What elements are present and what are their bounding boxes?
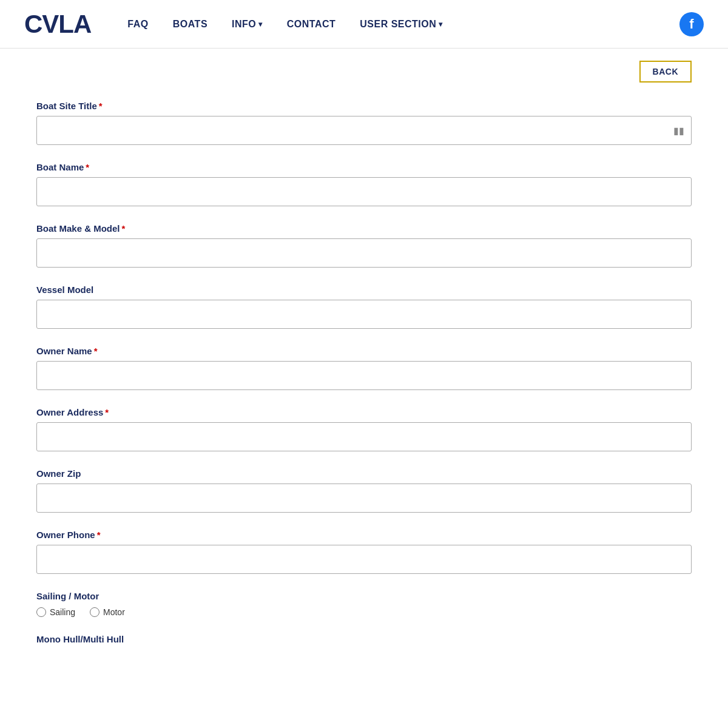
input-boat-make-model[interactable] <box>36 238 692 268</box>
required-star: * <box>97 530 101 540</box>
label-mono-multi: Mono Hull/Multi Hull <box>36 634 124 644</box>
radio-label-motor[interactable]: Motor <box>90 607 125 617</box>
label-boat-site-title: Boat Site Title* <box>36 101 692 111</box>
field-sailing-motor: Sailing / Motor Sailing Motor <box>36 591 692 617</box>
label-owner-zip: Owner Zip <box>36 468 692 479</box>
label-sailing-motor: Sailing / Motor <box>36 591 692 601</box>
field-owner-address: Owner Address* <box>36 407 692 451</box>
facebook-icon[interactable]: f <box>679 12 704 36</box>
brand-logo[interactable]: CVLA <box>24 10 91 39</box>
field-boat-name: Boat Name* <box>36 162 692 206</box>
field-owner-zip: Owner Zip <box>36 468 692 513</box>
field-boat-make-model: Boat Make & Model* <box>36 223 692 268</box>
radio-motor-text: Motor <box>103 607 125 617</box>
radio-sailing[interactable] <box>36 607 46 617</box>
radio-label-sailing[interactable]: Sailing <box>36 607 75 617</box>
field-owner-phone: Owner Phone* <box>36 530 692 574</box>
label-owner-name: Owner Name* <box>36 346 692 356</box>
nav-contact[interactable]: CONTACT <box>287 19 336 30</box>
required-star: * <box>86 162 89 172</box>
nav-links: FAQ BOATS INFO CONTACT USER SECTION <box>127 19 667 30</box>
radio-sailing-text: Sailing <box>50 607 75 617</box>
required-star: * <box>105 407 109 417</box>
radio-motor[interactable] <box>90 607 99 617</box>
required-star: * <box>99 101 103 111</box>
label-owner-phone: Owner Phone* <box>36 530 692 540</box>
required-star: * <box>94 346 98 356</box>
navbar: CVLA FAQ BOATS INFO CONTACT USER SECTION… <box>0 0 728 49</box>
input-owner-phone[interactable] <box>36 545 692 574</box>
input-wrapper-boat-site-title: ▮▮ <box>36 116 692 145</box>
input-vessel-model[interactable] <box>36 300 692 329</box>
nav-user-section[interactable]: USER SECTION <box>360 19 443 30</box>
main-content: BACK Boat Site Title* ▮▮ Boat Name* Boat… <box>0 49 728 698</box>
back-button[interactable]: BACK <box>639 61 692 83</box>
label-owner-address: Owner Address* <box>36 407 692 417</box>
nav-info[interactable]: INFO <box>232 19 263 30</box>
boat-form: Boat Site Title* ▮▮ Boat Name* Boat Make… <box>36 101 692 645</box>
required-star: * <box>122 223 126 234</box>
field-vessel-model: Vessel Model <box>36 285 692 329</box>
nav-boats[interactable]: BOATS <box>173 19 207 30</box>
input-owner-zip[interactable] <box>36 484 692 513</box>
nav-faq[interactable]: FAQ <box>127 19 148 30</box>
input-owner-address[interactable] <box>36 422 692 451</box>
input-boat-site-title[interactable] <box>36 116 692 145</box>
input-boat-name[interactable] <box>36 177 692 206</box>
field-owner-name: Owner Name* <box>36 346 692 390</box>
back-btn-container: BACK <box>36 61 692 83</box>
input-owner-name[interactable] <box>36 361 692 390</box>
label-vessel-model: Vessel Model <box>36 285 692 295</box>
field-mono-multi: Mono Hull/Multi Hull <box>36 634 692 645</box>
label-boat-name: Boat Name* <box>36 162 692 172</box>
radio-group-sailing-motor: Sailing Motor <box>36 607 692 617</box>
label-boat-make-model: Boat Make & Model* <box>36 223 692 234</box>
field-boat-site-title: Boat Site Title* ▮▮ <box>36 101 692 145</box>
